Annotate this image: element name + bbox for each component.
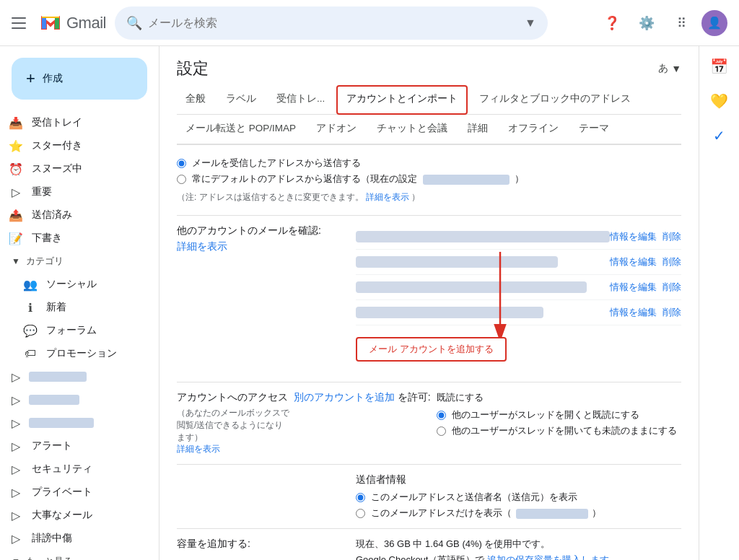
- section-divider4: [177, 528, 681, 529]
- sender-option1-label: このメールアドレスと送信者名（送信元）を表示: [371, 491, 577, 504]
- account-edit-3[interactable]: 情報を編集: [610, 281, 657, 294]
- sidebar-item-inbox[interactable]: 📥 受信トレイ: [0, 111, 153, 134]
- tab-labels[interactable]: ラベル: [217, 85, 265, 115]
- sender-option2-row[interactable]: このメールアドレスだけを表示（ ）: [356, 507, 681, 520]
- sidebar-item-new[interactable]: ℹ 新着: [0, 296, 153, 319]
- search-input[interactable]: [148, 17, 519, 30]
- tasks-icon[interactable]: ✓: [705, 121, 734, 150]
- account-row-4: 情報を編集 削除: [356, 300, 681, 325]
- sidebar-item-snoozed[interactable]: ⏰ スヌーズ中: [0, 157, 153, 180]
- tab-accounts[interactable]: アカウントとインポート: [336, 85, 468, 115]
- tab-filters[interactable]: フィルタとブロック中のアドレス: [471, 85, 639, 115]
- sidebar-item-spam[interactable]: ▷ 誹謗中傷: [0, 527, 153, 550]
- keep-icon[interactable]: 💛: [705, 87, 734, 115]
- access-option2-radio[interactable]: [437, 411, 446, 420]
- tab-theme[interactable]: テーマ: [570, 115, 618, 144]
- tab-chat[interactable]: チャットと会議: [368, 115, 456, 144]
- sidebar-item-important[interactable]: ▷ 重要: [0, 180, 153, 204]
- calendar-icon[interactable]: 📅: [705, 52, 734, 81]
- more-section-header[interactable]: ▼ もっと見る: [0, 550, 159, 560]
- account-delete-1[interactable]: 削除: [663, 230, 681, 243]
- sidebar-item-drafts[interactable]: 📝 下書き: [0, 227, 153, 250]
- storage-label: 容量を追加する:: [177, 538, 350, 560]
- sidebar-item-starred[interactable]: ⭐ スター付き: [0, 134, 153, 157]
- account-delete-4[interactable]: 削除: [663, 306, 681, 319]
- add-email-button[interactable]: メール アカウントを追加する: [356, 337, 507, 362]
- avatar[interactable]: 👤: [701, 10, 727, 36]
- sidebar-item-important2[interactable]: ▷ 大事なメール: [0, 504, 153, 527]
- access-label-col: アカウントへのアクセス 別のアカウントを追加 を許可: （あなたのメールボックス…: [177, 391, 431, 455]
- lang-selector[interactable]: あ ▼: [658, 62, 681, 75]
- menu-icon[interactable]: [12, 14, 29, 32]
- storage-section: 容量を追加する: 現在、36 GB 中 1.64 GB (4%) を使用中です。…: [177, 538, 681, 560]
- search-bar[interactable]: 🔍 ▼: [115, 6, 548, 40]
- compose-label: 作成: [43, 72, 63, 85]
- tab-offline[interactable]: オフライン: [499, 115, 567, 144]
- account-edit-2[interactable]: 情報を編集: [610, 255, 657, 268]
- sidebar-item-forum[interactable]: 💬 フォーラム: [0, 319, 153, 342]
- account-actions-1: 情報を編集 削除: [610, 230, 681, 243]
- sidebar-item-promo[interactable]: 🏷 プロモーション: [0, 342, 153, 365]
- tab-all[interactable]: 全般: [177, 85, 214, 115]
- storage-purchase: Google Checkout（英語版）で 追加の保存容量を購入します: [356, 554, 681, 560]
- category-section-header[interactable]: ▼ カテゴリ: [0, 250, 159, 273]
- inbox-icon: 📥: [9, 115, 23, 130]
- sidebar-label-snoozed: スヌーズ中: [32, 162, 82, 175]
- account-delete-3[interactable]: 削除: [663, 281, 681, 294]
- apps-button[interactable]: ⠿: [667, 9, 696, 38]
- blurred2-icon: ▷: [9, 393, 23, 407]
- blurred1-label: [29, 372, 87, 382]
- sidebar-item-private[interactable]: ▷ プライベート: [0, 481, 153, 504]
- sidebar-item-alerts[interactable]: ▷ アラート: [0, 434, 153, 458]
- add-account-link[interactable]: 別のアカウントを追加: [294, 391, 395, 403]
- reply-details-link[interactable]: 詳細を表示: [366, 192, 409, 202]
- sidebar-item-security[interactable]: ▷ セキュリティ: [0, 458, 153, 481]
- access-title: アカウントへのアクセス 別のアカウントを追加 を許可:: [177, 391, 431, 404]
- sidebar-item-social[interactable]: 👥 ソーシャル: [0, 273, 153, 296]
- social-icon: 👥: [23, 277, 38, 292]
- search-arrow-icon[interactable]: ▼: [525, 17, 536, 30]
- sender-option2-radio[interactable]: [356, 509, 365, 518]
- reply-option2-radio[interactable]: [177, 175, 186, 184]
- private-icon: ▷: [9, 485, 23, 499]
- access-option3-row[interactable]: 他のユーザーがスレッドを開いても未読のままにする: [437, 424, 681, 437]
- right-panel: 📅 💛 ✓: [699, 46, 739, 560]
- sender-option2-label: このメールアドレスだけを表示（ ）: [371, 507, 601, 520]
- settings-button[interactable]: ⚙️: [632, 9, 661, 38]
- topbar: Gmail 🔍 ▼ ❓ ⚙️ ⠿ 👤: [0, 0, 739, 46]
- sender-section: 送信者情報 このメールアドレスと送信者名（送信元）を表示 このメールアドレスだけ…: [177, 473, 681, 520]
- tab-detail[interactable]: 詳細: [459, 115, 497, 144]
- sidebar-item-blurred3[interactable]: ▷: [0, 411, 153, 434]
- storage-purchase-link[interactable]: 追加の保存容量を購入します: [487, 554, 609, 560]
- reply-note: （注: アドレスは返信するときに変更できます。 詳細を表示 ）: [177, 191, 681, 204]
- account-actions-3: 情報を編集 削除: [610, 281, 681, 294]
- sender-option1-row[interactable]: このメールアドレスと送信者名（送信元）を表示: [356, 491, 681, 504]
- other-accounts-title: 他のアカウントのメールを確認:: [177, 224, 350, 237]
- help-button[interactable]: ❓: [598, 9, 626, 38]
- tab-addons[interactable]: アドオン: [307, 115, 365, 144]
- tab-forwarding[interactable]: メール転送と POP/IMAP: [177, 115, 305, 144]
- sender-option1-radio[interactable]: [356, 493, 365, 502]
- tab-inbox[interactable]: 受信トレ...: [268, 85, 333, 115]
- other-accounts-details-link[interactable]: 詳細を表示: [177, 241, 227, 252]
- sidebar-item-blurred1[interactable]: ▷: [0, 365, 153, 388]
- sidebar-label-starred: スター付き: [32, 139, 82, 152]
- sidebar-label-promo: プロモーション: [46, 347, 117, 360]
- reply-option1-radio[interactable]: [177, 159, 186, 168]
- account-edit-1[interactable]: 情報を編集: [610, 230, 657, 243]
- account-actions-2: 情報を編集 削除: [610, 255, 681, 268]
- sidebar-label-private: プライベート: [32, 486, 92, 499]
- access-details-link[interactable]: 詳細を表示: [177, 444, 220, 454]
- account-delete-2[interactable]: 削除: [663, 255, 681, 268]
- sidebar-item-blurred2[interactable]: ▷: [0, 388, 153, 411]
- sidebar-label-important2: 大事なメール: [32, 509, 92, 522]
- compose-button[interactable]: + 作成: [12, 58, 147, 100]
- account-edit-4[interactable]: 情報を編集: [610, 306, 657, 319]
- category-label: カテゴリ: [26, 255, 64, 268]
- sidebar-item-sent[interactable]: 📤 送信済み: [0, 204, 153, 227]
- reply-option1-row[interactable]: メールを受信したアドレスから送信する: [177, 157, 681, 170]
- access-option2-row[interactable]: 他のユーザーがスレッドを開くと既読にする: [437, 408, 681, 421]
- access-option3-radio[interactable]: [437, 426, 446, 436]
- reply-option2-row[interactable]: 常にデフォルトのアドレスから返信する（現在の設定 ）: [177, 172, 681, 185]
- star-icon: ⭐: [9, 139, 23, 153]
